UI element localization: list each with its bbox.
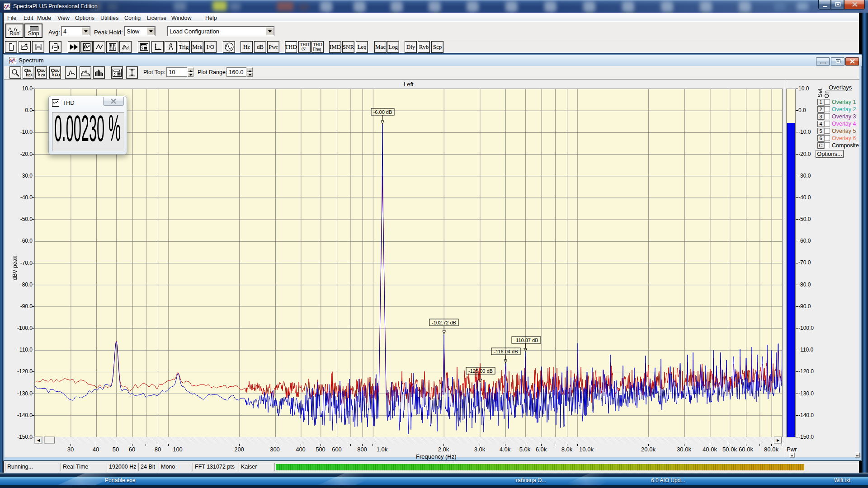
svg-text:-102.72 dB: -102.72 dB <box>432 320 456 325</box>
svg-text:-125.00 dB: -125.00 dB <box>468 368 493 374</box>
svg-text:OUT: OUT <box>55 69 60 72</box>
svg-text:OUT: OUT <box>41 69 46 72</box>
svg-text:2X: 2X <box>28 73 33 77</box>
svg-text:-116.04 dB: -116.04 dB <box>494 349 518 354</box>
svg-text:IN: IN <box>28 69 31 72</box>
svg-text:FULL: FULL <box>55 73 60 77</box>
svg-text:2X: 2X <box>41 73 46 77</box>
svg-text:-110.87 dB: -110.87 dB <box>514 338 538 343</box>
svg-text:-6.00 dB: -6.00 dB <box>373 109 392 115</box>
